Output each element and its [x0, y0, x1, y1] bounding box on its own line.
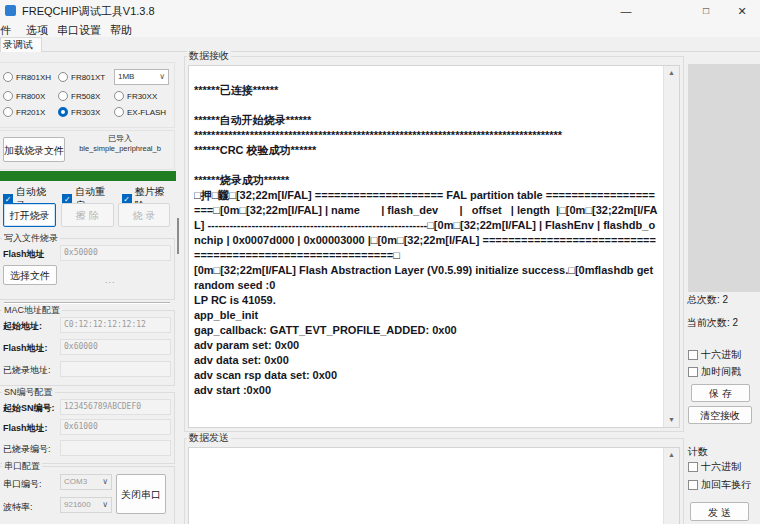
- baud-rate-label: 波特率:: [3, 501, 33, 514]
- loaded-file-status: 已导入 ble_simple_periphreal_b: [68, 134, 172, 154]
- sn-burned-input[interactable]: [60, 440, 171, 456]
- sn-start-label: 起始SN编号:: [3, 402, 55, 415]
- radio-icon: [3, 107, 13, 117]
- total-count: 总次数: 2: [687, 293, 728, 307]
- checkbox-icon: [688, 462, 698, 472]
- mac-flash-addr-input[interactable]: 0x60000: [60, 339, 171, 355]
- menu-help[interactable]: 帮助: [110, 23, 132, 38]
- write-file-ellipsis: ...: [105, 275, 116, 285]
- receive-log-text: ******已连接****** ******自动开始烧录****** *****…: [194, 68, 659, 425]
- open-burn-button[interactable]: 打开烧录: [3, 203, 56, 227]
- send-scrollbar[interactable]: ▲: [663, 448, 679, 524]
- mac-burned-input[interactable]: [60, 361, 171, 377]
- tx-hex-checkbox[interactable]: 十六进制: [688, 460, 741, 474]
- checkbox-icon: [688, 480, 698, 490]
- write-file-group-title: 写入文件烧录: [2, 233, 60, 243]
- divider: [4, 302, 170, 303]
- chip-radio-fr801xh[interactable]: FR801XH: [3, 69, 58, 85]
- chip-radio-fr201x[interactable]: FR201X: [3, 107, 58, 117]
- sn-group-title: SN编号配置: [2, 387, 55, 397]
- radio-icon: [3, 91, 13, 101]
- app-window: FREQCHIP调试工具V1.3.8 — □ ✕ 件 选项 串口设置 帮助 录调…: [0, 0, 760, 524]
- write-flash-addr-label: Flash地址: [3, 248, 45, 261]
- tx-crlf-checkbox[interactable]: 加回车换行: [688, 478, 751, 492]
- scroll-up-icon[interactable]: ▲: [664, 66, 679, 80]
- send-button[interactable]: 发 送: [690, 502, 749, 521]
- chevron-down-icon: ∨: [102, 475, 108, 489]
- tab-burn-debug[interactable]: 录调试: [0, 37, 42, 52]
- chip-radio-fr30xx[interactable]: FR30XX: [114, 91, 172, 101]
- radio-selected-icon: [58, 107, 68, 117]
- burn-ops-group: ✓ 自动烧录 ✓ 自动重启 ✓ 整片擦除 打开烧录 擦 除 烧 录: [0, 181, 174, 233]
- mac-burned-label: 已烧录地址:: [3, 364, 51, 377]
- tab-bar: 录调试: [0, 37, 760, 52]
- radio-icon: [58, 91, 68, 101]
- mac-group-title: MAC地址配置: [2, 305, 62, 315]
- titlebar: FREQCHIP调试工具V1.3.8 — □ ✕: [0, 0, 760, 22]
- mac-start-input[interactable]: C0:12:12:12:12:12: [60, 317, 171, 333]
- chevron-down-icon: ∨: [159, 70, 165, 84]
- serial-config-group: 串口配置 串口编号: COM3 ∨ 波特率: 921600 ∨ 关闭串口: [0, 466, 175, 524]
- maximize-button[interactable]: □: [692, 0, 720, 22]
- scroll-up-icon[interactable]: ▲: [664, 448, 679, 462]
- chip-radio-ex-flash[interactable]: EX-FLASH: [114, 107, 172, 117]
- clear-receive-button[interactable]: 清空接收: [688, 406, 752, 424]
- checkbox-icon: [688, 350, 698, 360]
- close-button[interactable]: ✕: [728, 0, 756, 22]
- menubar: 件 选项 串口设置 帮助: [0, 22, 760, 37]
- sn-burned-label: 已烧录编号:: [3, 443, 51, 456]
- panel-splitter[interactable]: [177, 218, 179, 254]
- save-button[interactable]: 保 存: [691, 384, 750, 402]
- minimize-button[interactable]: —: [612, 0, 640, 22]
- chip-radio-fr800x[interactable]: FR800X: [3, 91, 58, 101]
- rx-hex-checkbox[interactable]: 十六进制: [688, 348, 741, 362]
- radio-icon: [114, 107, 124, 117]
- data-receive-group: 数据接收 ******已连接****** ******自动开始烧录****** …: [184, 56, 684, 432]
- chip-radio-fr303x[interactable]: FR303X: [58, 107, 114, 117]
- checkbox-icon: [688, 367, 698, 377]
- data-send-group: 数据发送 ▲: [184, 438, 684, 524]
- menu-serial-settings[interactable]: 串口设置: [57, 23, 101, 38]
- count-label: 计数: [688, 445, 708, 459]
- data-receive-title: 数据接收: [187, 51, 231, 61]
- radio-icon: [3, 72, 13, 82]
- current-count: 当前次数: 2: [687, 316, 738, 330]
- scroll-down-icon[interactable]: ▼: [664, 413, 679, 427]
- mac-flash-addr-label: Flash地址:: [3, 342, 48, 355]
- flash-size-select[interactable]: 1MB ∨: [114, 69, 169, 85]
- radio-icon: [58, 72, 68, 82]
- send-text-area[interactable]: ▲: [188, 447, 680, 524]
- burn-button[interactable]: 烧 录: [118, 203, 170, 227]
- serial-port-select[interactable]: COM3 ∨: [60, 474, 112, 490]
- write-flash-addr-input[interactable]: 0x50000: [60, 245, 171, 261]
- chip-radio-fr801xt[interactable]: FR801XT: [58, 69, 114, 85]
- send-text: [194, 450, 659, 523]
- erase-button[interactable]: 擦 除: [61, 203, 114, 227]
- menu-file[interactable]: 件: [0, 23, 11, 38]
- mac-start-label: 起始地址:: [3, 320, 42, 333]
- chevron-down-icon: ∨: [102, 498, 108, 512]
- receive-log-area[interactable]: ******已连接****** ******自动开始烧录****** *****…: [188, 65, 680, 428]
- receive-scrollbar[interactable]: ▲ ▼: [663, 66, 679, 427]
- chip-radio-fr508x[interactable]: FR508X: [58, 91, 114, 101]
- sn-start-input[interactable]: 123456789ABCDEF0: [60, 399, 171, 415]
- sn-config-group: SN编号配置 起始SN编号: 123456789ABCDEF0 Flash地址:…: [0, 392, 175, 464]
- close-serial-button[interactable]: 关闭串口: [116, 474, 166, 514]
- app-icon: [5, 5, 16, 16]
- baud-rate-select[interactable]: 921600 ∨: [60, 497, 112, 513]
- write-file-group: 写入文件烧录 Flash地址 0x50000 选择文件 ...: [0, 238, 175, 300]
- rx-timestamp-checkbox[interactable]: 加时间戳: [688, 365, 741, 379]
- menu-options[interactable]: 选项: [26, 23, 48, 38]
- data-send-title: 数据发送: [187, 433, 231, 443]
- sn-flash-addr-label: Flash地址:: [3, 422, 48, 435]
- burn-progress-bar: [0, 171, 176, 181]
- sn-flash-addr-input[interactable]: 0x61000: [60, 419, 171, 435]
- select-file-button[interactable]: 选择文件: [3, 265, 57, 285]
- mac-config-group: MAC地址配置 起始地址: C0:12:12:12:12:12 Flash地址:…: [0, 310, 175, 386]
- right-blank-panel: [688, 64, 760, 292]
- radio-icon: [114, 91, 124, 101]
- loaded-status-text: 已导入: [68, 134, 172, 144]
- window-title: FREQCHIP调试工具V1.3.8: [22, 4, 155, 19]
- load-burn-file-button[interactable]: 加载烧录文件: [3, 137, 65, 162]
- chip-select-group: FR801XH FR801XT 1MB ∨ FR800X FR508X FR30…: [0, 62, 175, 128]
